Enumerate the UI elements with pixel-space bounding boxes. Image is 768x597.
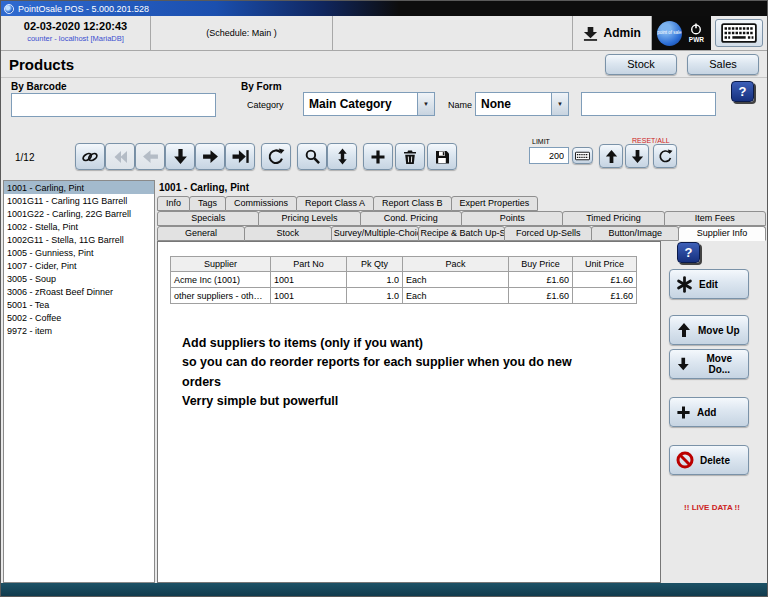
- add-label: Add: [697, 407, 716, 418]
- sort-updown-button[interactable]: [327, 143, 357, 170]
- save-icon: [434, 149, 450, 165]
- supplier-row[interactable]: other suppliers - other su...10011.0Each…: [171, 288, 637, 304]
- scroll-down-button[interactable]: [625, 144, 649, 168]
- sales-button[interactable]: Sales: [687, 54, 759, 75]
- stock-button[interactable]: Stock: [605, 54, 677, 75]
- limit-input[interactable]: [529, 147, 569, 164]
- edit-label: Edit: [699, 279, 718, 290]
- help-line-3: Verry simple but powerfull: [182, 392, 614, 411]
- product-list-item[interactable]: 1002G11 - Stella, 11G Barrell: [4, 233, 154, 246]
- previous-record-button[interactable]: [135, 143, 165, 170]
- tab-stock[interactable]: Stock: [244, 226, 332, 241]
- tab-general[interactable]: General: [157, 226, 245, 241]
- admin-label: Admin: [603, 26, 640, 40]
- refresh-button[interactable]: [261, 143, 291, 170]
- tab-points[interactable]: Points: [461, 211, 563, 226]
- product-list-item[interactable]: 1002 - Stella, Pint: [4, 220, 154, 233]
- product-list-item[interactable]: 5001 - Tea: [4, 298, 154, 311]
- record-position: 1/12: [15, 152, 34, 163]
- double-left-arrow-icon: [112, 149, 128, 165]
- name-search-input[interactable]: [581, 92, 716, 116]
- page-header: Products Stock Sales: [1, 51, 767, 78]
- down-arrow-icon: [172, 148, 189, 165]
- next-record-button[interactable]: [195, 143, 225, 170]
- tab-row-3: GeneralStockSurvey/Multiple-ChoiceRecipe…: [157, 226, 765, 241]
- category-dropdown[interactable]: Main Category ▼: [303, 92, 435, 116]
- tab-recipe-batch-up-sells[interactable]: Recipe & Batch Up-Sells: [418, 226, 506, 241]
- product-list-item[interactable]: 5002 - Coffee: [4, 311, 154, 324]
- tab-supplier-info[interactable]: Supplier Info: [678, 226, 766, 241]
- tab-button-image[interactable]: Button/Image: [591, 226, 679, 241]
- product-list-item[interactable]: 1001G22 - Carling, 22G Barrell: [4, 207, 154, 220]
- page-title: Products: [9, 56, 74, 73]
- right-arrow-bar-icon: [232, 148, 249, 165]
- edit-button[interactable]: Edit: [669, 269, 749, 299]
- chevron-down-icon[interactable]: ▼: [551, 93, 568, 115]
- column-header: Buy Price: [509, 257, 573, 272]
- detail-title: 1001 - Carling, Pint: [157, 180, 765, 196]
- tab-row-2: SpecialsPricing LevelsCond. PricingPoint…: [157, 211, 765, 226]
- delete-record-button[interactable]: [395, 143, 425, 170]
- next-down-button[interactable]: [165, 143, 195, 170]
- tab-item-fees[interactable]: Item Fees: [664, 211, 766, 226]
- product-list-item[interactable]: 1007 - Cider, Pint: [4, 259, 154, 272]
- add-supplier-button[interactable]: Add: [669, 397, 749, 427]
- last-record-button[interactable]: [225, 143, 255, 170]
- delete-supplier-button[interactable]: Delete: [669, 445, 749, 475]
- right-arrow-icon: [202, 148, 219, 165]
- tab-specials[interactable]: Specials: [157, 211, 259, 226]
- detail-panel: 1001 - Carling, Pint InfoTagsCommissions…: [157, 180, 765, 583]
- live-data-label: !! LIVE DATA !!: [669, 503, 755, 512]
- no-entry-icon: [676, 451, 694, 469]
- tab-report-class-b[interactable]: Report Class B: [373, 196, 452, 211]
- tab-forced-up-sells[interactable]: Forced Up-Sells: [504, 226, 592, 241]
- product-list-item[interactable]: 1001G11 - Carling 11G Barrell: [4, 194, 154, 207]
- tab-cond-pricing[interactable]: Cond. Pricing: [360, 211, 462, 226]
- tab-commissions[interactable]: Commissions: [225, 196, 297, 211]
- first-record-button[interactable]: [105, 143, 135, 170]
- power-label: PWR: [689, 36, 704, 43]
- add-record-button[interactable]: [363, 143, 393, 170]
- power-button[interactable]: PWR: [687, 23, 706, 43]
- link-button[interactable]: [75, 143, 105, 170]
- save-button[interactable]: [427, 143, 457, 170]
- scroll-up-button[interactable]: [599, 144, 623, 168]
- supplier-cell: other suppliers - other su...: [171, 288, 271, 304]
- tab-info[interactable]: Info: [157, 196, 190, 211]
- reset-all-button[interactable]: [653, 144, 677, 168]
- chevron-down-icon[interactable]: ▼: [417, 93, 434, 115]
- tab-pricing-levels[interactable]: Pricing Levels: [258, 211, 360, 226]
- product-list-item[interactable]: 1005 - Gunniess, Pint: [4, 246, 154, 259]
- supplier-cell: Each: [403, 288, 509, 304]
- move-down-button[interactable]: Move Do...: [669, 349, 749, 379]
- product-list-item[interactable]: 3005 - Soup: [4, 272, 154, 285]
- supplier-row[interactable]: Acme Inc (1001)10011.0Each£1.60£1.60: [171, 272, 637, 288]
- help-button[interactable]: ?: [731, 81, 754, 102]
- supplier-help-button[interactable]: ?: [677, 242, 700, 263]
- supplier-help-text: Add suppliers to items (only if you want…: [182, 334, 614, 412]
- product-list-item[interactable]: 3006 - zRoast Beef Dinner: [4, 285, 154, 298]
- tab-tags[interactable]: Tags: [189, 196, 226, 211]
- help-line-2: so you can do reorder reports for each s…: [182, 353, 614, 392]
- pos-logo[interactable]: point of sale: [657, 21, 682, 46]
- product-list-item[interactable]: 1001 - Carling, Pint: [4, 181, 154, 194]
- titlebar: PointOsale POS - 5.000.201.528: [1, 1, 767, 16]
- admin-button[interactable]: Admin: [572, 16, 651, 50]
- connection-status: counter - localhost [MariaDB]: [1, 34, 150, 43]
- limit-keyboard-button[interactable]: [572, 147, 593, 164]
- product-list-item[interactable]: 9972 - item: [4, 324, 154, 337]
- trash-icon: [402, 149, 418, 165]
- tab-expert-properties[interactable]: Expert Properties: [451, 196, 539, 211]
- barcode-input[interactable]: [11, 93, 216, 117]
- search-button[interactable]: [297, 143, 327, 170]
- move-up-button[interactable]: Move Up: [669, 315, 749, 345]
- name-dropdown[interactable]: None ▼: [475, 92, 569, 116]
- tab-timed-pricing[interactable]: Timed Pricing: [562, 211, 664, 226]
- limit-label: LIMIT: [532, 138, 550, 145]
- reset-icon: [658, 149, 673, 164]
- tab-survey-multiple-choice[interactable]: Survey/Multiple-Choice: [331, 226, 419, 241]
- move-down-label: Move Do...: [697, 353, 742, 375]
- tab-report-class-a[interactable]: Report Class A: [296, 196, 374, 211]
- keyboard-icon: [575, 151, 590, 161]
- keyboard-button[interactable]: [715, 19, 763, 47]
